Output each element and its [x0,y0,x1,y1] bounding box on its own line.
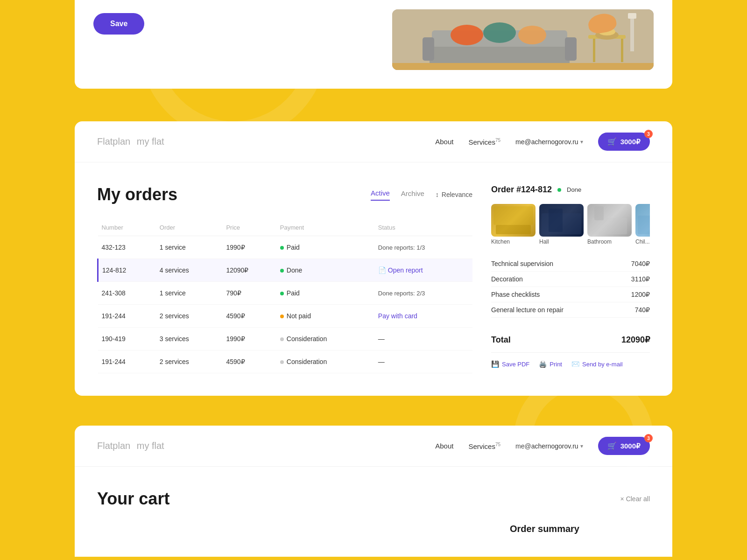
cart-nav-cart-button[interactable]: 🛒 3000₽ 3 [598,437,650,455]
nav-services-label: Services [468,138,495,146]
cart-nav-about-link[interactable]: About [435,442,453,450]
row-number: 432-123 [98,236,156,259]
svg-rect-10 [621,39,623,62]
svg-point-5 [451,25,483,45]
row-order: 4 services [156,259,223,282]
row-order: 1 service [156,282,223,305]
room-image-hall: Hall [539,204,584,245]
row-status[interactable]: 📄Open report [374,259,472,282]
save-icon: 💾 [491,360,499,368]
table-row[interactable]: 432-1231 service1990₽PaidDone reports: 1… [98,236,473,259]
orders-tabs: Active Archive ↕ Relevance [371,189,472,201]
row-status: — [374,328,472,350]
orders-card: Flatplan my flat About Services75 me@ach… [75,121,672,396]
payment-dot [280,360,284,364]
row-price: 4590₽ [222,350,276,373]
table-row[interactable]: 241-3081 service790₽PaidDone reports: 2/… [98,282,473,305]
row-payment: Done [276,259,374,282]
cart-nav: Flatplan my flat About Services75 me@ach… [75,426,672,467]
line-item-price: 740₽ [635,306,650,314]
action-label: Send by e-mail [582,361,623,368]
orders-header: My orders Active Archive ↕ Relevance [97,185,472,204]
row-price: 790₽ [222,282,276,305]
row-payment: Paid [276,282,374,305]
clear-all-button[interactable]: × Clear all [620,495,650,503]
main-content: My orders Active Archive ↕ Relevance Num… [75,162,672,396]
email-icon: ✉️ [571,360,579,368]
order-detail-panel: Order #124-812 Done Kitchen Hall Bathroo… [491,185,650,373]
nav-cart-button[interactable]: 🛒 3000₽ 3 [598,133,650,151]
row-status: — [374,350,472,373]
svg-point-12 [599,28,615,35]
cart-content: Your cart × Clear all Order summary [75,467,672,557]
cart-nav-services-link[interactable]: Services75 [468,442,500,450]
detail-action-save-icon[interactable]: 💾Save PDF [491,360,529,368]
nav-links: About Services75 me@achernogorov.ru 🛒 30… [435,133,650,151]
row-number: 190-419 [98,328,156,350]
line-item-price: 1200₽ [631,291,650,298]
detail-line-item: Phase checklists1200₽ [491,287,650,302]
table-row[interactable]: 124-8124 services12090₽Done📄Open report [98,259,473,282]
table-row[interactable]: 190-4193 services1990₽Consideration— [98,328,473,350]
cart-header: Your cart × Clear all [97,489,650,509]
cart-main: Order summary [97,524,650,534]
col-order: Order [156,219,223,236]
nav-about-link[interactable]: About [435,138,453,146]
cart-brand-logo: Flatplan my flat [97,441,164,451]
cart-nav-services-count: 75 [495,442,500,447]
main-nav: Flatplan my flat About Services75 me@ach… [75,121,672,162]
svg-rect-13 [630,14,634,51]
brand-logo: Flatplan my flat [97,136,164,147]
svg-rect-9 [593,39,595,62]
action-label: Print [550,361,562,368]
status-dot-done [557,188,561,192]
detail-action-email-icon[interactable]: ✉️Send by e-mail [571,360,623,368]
svg-rect-15 [392,63,654,70]
payment-dot [280,269,284,273]
row-price: 12090₽ [222,259,276,282]
tab-active[interactable]: Active [371,189,390,201]
svg-rect-22 [638,216,650,234]
detail-total: Total 12090₽ [491,327,650,352]
row-status: Done reports: 1/3 [374,236,472,259]
row-order: 3 services [156,328,223,350]
line-item-price: 7040₽ [631,260,650,267]
room-label: Hall [539,238,584,245]
sort-button[interactable]: ↕ Relevance [436,191,472,198]
line-item-price: 3110₽ [631,275,650,283]
row-status[interactable]: Pay with card [374,305,472,328]
orders-table: Number Order Price Payment Status 432-12… [97,219,472,373]
order-detail-header: Order #124-812 Done [491,185,650,195]
cart-nav-services-label: Services [468,442,495,450]
cart-title: Your cart [97,489,169,509]
cart-card: Flatplan my flat About Services75 me@ach… [75,426,672,557]
row-order: 2 services [156,305,223,328]
order-detail-status: Done [557,186,581,193]
row-payment: Not paid [276,305,374,328]
pay-with-card-link[interactable]: Pay with card [378,312,417,320]
detail-action-print-icon[interactable]: 🖨️Print [539,360,562,368]
open-report-link[interactable]: 📄Open report [378,266,469,274]
col-number: Number [98,219,156,236]
row-status: Done reports: 2/3 [374,282,472,305]
order-detail-status-text: Done [567,186,581,193]
cart-nav-user-menu[interactable]: me@achernogorov.ru [515,442,583,450]
row-payment: Paid [276,236,374,259]
payment-dot [280,292,284,295]
tab-archive[interactable]: Archive [401,189,424,200]
line-item-name: Decoration [491,275,523,283]
room-image-kitchen: Kitchen [491,204,536,245]
col-status: Status [374,219,472,236]
table-row[interactable]: 191-2442 services4590₽Not paidPay with c… [98,305,473,328]
save-button[interactable]: Save [93,13,144,35]
nav-services-link[interactable]: Services75 [468,138,500,146]
print-icon: 🖨️ [539,360,547,368]
svg-rect-20 [592,218,627,234]
room-image-child: Chil... [635,204,650,245]
svg-rect-21 [594,206,604,220]
cart-nav-cart-amount: 3000₽ [620,442,641,450]
detail-lines: Technical supervision7040₽Decoration3110… [491,256,650,318]
line-item-name: Technical supervision [491,260,553,267]
table-row[interactable]: 191-2442 services4590₽Consideration— [98,350,473,373]
nav-user-menu[interactable]: me@achernogorov.ru [515,138,583,146]
